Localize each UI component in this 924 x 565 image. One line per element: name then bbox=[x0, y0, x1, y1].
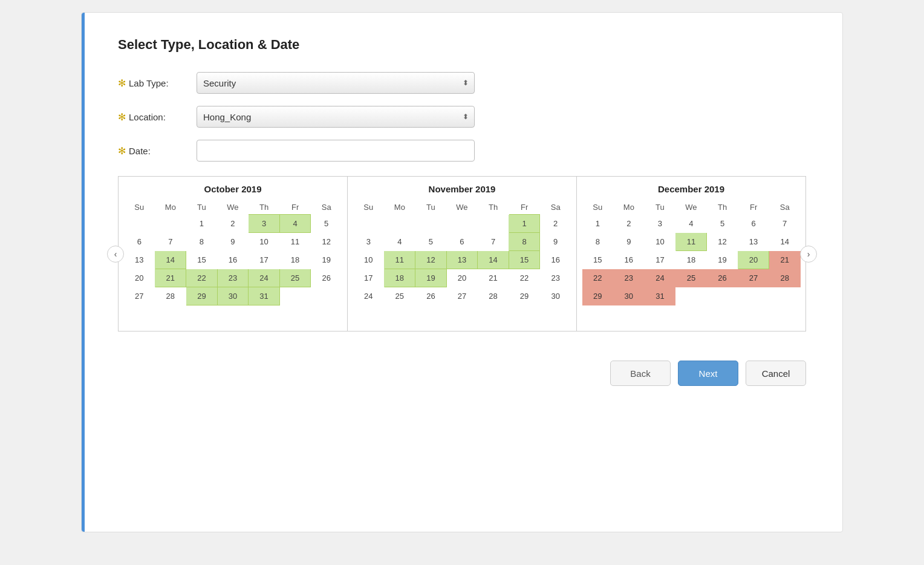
list-item[interactable]: 11 bbox=[279, 233, 311, 251]
list-item[interactable]: 17 bbox=[645, 251, 676, 269]
list-item[interactable]: 3 bbox=[353, 233, 385, 251]
list-item[interactable]: 1 bbox=[509, 215, 540, 233]
list-item[interactable]: 2 bbox=[540, 215, 571, 233]
list-item[interactable]: 1 bbox=[186, 215, 218, 233]
list-item[interactable]: 6 bbox=[738, 215, 769, 233]
list-item[interactable]: 21 bbox=[478, 269, 509, 287]
list-item[interactable]: 18 bbox=[675, 251, 707, 269]
list-item[interactable]: 19 bbox=[707, 251, 738, 269]
list-item[interactable]: 31 bbox=[249, 287, 280, 305]
list-item[interactable]: 10 bbox=[249, 233, 280, 251]
list-item[interactable]: 16 bbox=[540, 251, 571, 269]
list-item[interactable]: 4 bbox=[675, 215, 707, 233]
list-item[interactable]: 28 bbox=[769, 269, 801, 287]
list-item[interactable]: 10 bbox=[353, 251, 385, 269]
list-item[interactable]: 14 bbox=[769, 233, 801, 251]
location-select[interactable]: Hong_Kong Singapore Tokyo Sydney bbox=[197, 106, 475, 128]
list-item[interactable]: 9 bbox=[540, 233, 571, 251]
list-item[interactable]: 10 bbox=[645, 233, 676, 251]
list-item[interactable]: 5 bbox=[415, 233, 447, 251]
list-item[interactable]: 25 bbox=[384, 287, 415, 305]
list-item[interactable]: 27 bbox=[446, 287, 478, 305]
list-item[interactable]: 7 bbox=[155, 233, 186, 251]
list-item[interactable]: 3 bbox=[249, 215, 280, 233]
list-item[interactable]: 2 bbox=[217, 215, 249, 233]
list-item[interactable]: 13 bbox=[738, 233, 769, 251]
list-item[interactable]: 13 bbox=[446, 251, 478, 269]
list-item[interactable]: 25 bbox=[279, 269, 311, 287]
list-item[interactable]: 6 bbox=[446, 233, 478, 251]
list-item[interactable]: 26 bbox=[311, 269, 342, 287]
list-item[interactable]: 20 bbox=[738, 251, 769, 269]
list-item[interactable]: 27 bbox=[738, 269, 769, 287]
list-item[interactable]: 31 bbox=[645, 287, 676, 305]
list-item[interactable]: 17 bbox=[249, 251, 280, 269]
list-item[interactable]: 24 bbox=[645, 269, 676, 287]
list-item[interactable]: 7 bbox=[478, 233, 509, 251]
list-item[interactable]: 24 bbox=[249, 269, 280, 287]
list-item[interactable]: 15 bbox=[186, 251, 218, 269]
list-item[interactable]: 13 bbox=[124, 251, 155, 269]
list-item[interactable]: 30 bbox=[217, 287, 249, 305]
list-item[interactable]: 9 bbox=[217, 233, 249, 251]
list-item[interactable]: 8 bbox=[186, 233, 218, 251]
list-item[interactable]: 1 bbox=[582, 215, 614, 233]
prev-nav-button[interactable]: ‹ bbox=[107, 246, 124, 263]
date-input[interactable] bbox=[197, 140, 475, 162]
list-item[interactable]: 12 bbox=[415, 251, 447, 269]
list-item[interactable]: 8 bbox=[509, 233, 540, 251]
list-item[interactable]: 20 bbox=[124, 269, 155, 287]
list-item[interactable]: 11 bbox=[675, 233, 707, 251]
list-item[interactable]: 17 bbox=[353, 269, 385, 287]
list-item[interactable]: 3 bbox=[645, 215, 676, 233]
list-item[interactable]: 19 bbox=[415, 269, 447, 287]
list-item[interactable]: 21 bbox=[769, 251, 801, 269]
list-item[interactable]: 18 bbox=[279, 251, 311, 269]
list-item[interactable]: 4 bbox=[279, 215, 311, 233]
list-item[interactable]: 25 bbox=[675, 269, 707, 287]
list-item[interactable]: 4 bbox=[384, 233, 415, 251]
list-item[interactable]: 15 bbox=[509, 251, 540, 269]
list-item[interactable]: 6 bbox=[124, 233, 155, 251]
list-item[interactable]: 15 bbox=[582, 251, 614, 269]
cancel-button[interactable]: Cancel bbox=[746, 361, 806, 386]
lab-type-select[interactable]: Security Network Cloud Development bbox=[197, 72, 475, 94]
list-item[interactable]: 24 bbox=[353, 287, 385, 305]
list-item[interactable]: 12 bbox=[311, 233, 342, 251]
list-item[interactable]: 19 bbox=[311, 251, 342, 269]
list-item[interactable]: 8 bbox=[582, 233, 614, 251]
list-item[interactable]: 29 bbox=[186, 287, 218, 305]
list-item[interactable]: 11 bbox=[384, 251, 415, 269]
list-item[interactable]: 20 bbox=[446, 269, 478, 287]
list-item[interactable]: 30 bbox=[540, 287, 571, 305]
list-item[interactable]: 26 bbox=[707, 269, 738, 287]
list-item[interactable]: 21 bbox=[155, 269, 186, 287]
list-item[interactable]: 18 bbox=[384, 269, 415, 287]
list-item[interactable]: 7 bbox=[769, 215, 801, 233]
list-item[interactable]: 23 bbox=[217, 269, 249, 287]
list-item[interactable]: 22 bbox=[582, 269, 614, 287]
list-item[interactable]: 2 bbox=[613, 215, 645, 233]
list-item[interactable]: 29 bbox=[509, 287, 540, 305]
list-item[interactable]: 23 bbox=[613, 269, 645, 287]
list-item[interactable]: 5 bbox=[707, 215, 738, 233]
list-item[interactable]: 28 bbox=[155, 287, 186, 305]
list-item[interactable]: 5 bbox=[311, 215, 342, 233]
list-item[interactable]: 22 bbox=[509, 269, 540, 287]
list-item[interactable]: 14 bbox=[155, 251, 186, 269]
list-item[interactable]: 9 bbox=[613, 233, 645, 251]
next-button[interactable]: Next bbox=[678, 361, 738, 386]
list-item[interactable]: 30 bbox=[613, 287, 645, 305]
list-item[interactable]: 16 bbox=[613, 251, 645, 269]
list-item[interactable]: 22 bbox=[186, 269, 218, 287]
list-item[interactable]: 28 bbox=[478, 287, 509, 305]
list-item[interactable]: 12 bbox=[707, 233, 738, 251]
list-item[interactable]: 23 bbox=[540, 269, 571, 287]
list-item[interactable]: 14 bbox=[478, 251, 509, 269]
list-item[interactable]: 16 bbox=[217, 251, 249, 269]
list-item[interactable]: 27 bbox=[124, 287, 155, 305]
list-item[interactable]: 29 bbox=[582, 287, 614, 305]
next-nav-button[interactable]: › bbox=[800, 246, 817, 263]
list-item[interactable]: 26 bbox=[415, 287, 447, 305]
back-button[interactable]: Back bbox=[610, 361, 671, 386]
